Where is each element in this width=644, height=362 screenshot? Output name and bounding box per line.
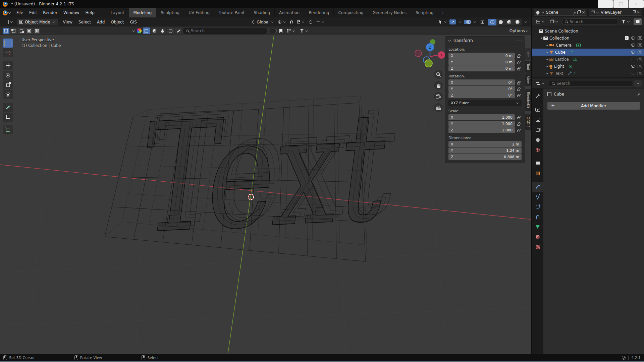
tool-button[interactable] — [3, 113, 13, 122]
properties-editor-type-dropdown[interactable] — [534, 81, 547, 86]
outliner-row[interactable]: Lattice — [532, 56, 644, 63]
sidebar-tab[interactable]: View — [525, 73, 531, 86]
zoom-button[interactable] — [434, 70, 443, 79]
menubar-item[interactable]: File — [13, 10, 26, 15]
location-value-field[interactable]: Y0 m — [448, 59, 515, 65]
asset-category-button[interactable] — [143, 27, 150, 34]
asset-category-button[interactable] — [159, 27, 166, 34]
hide-viewport-toggle[interactable] — [631, 51, 635, 54]
properties-search-input[interactable] — [556, 81, 629, 86]
outliner-display-mode-dropdown[interactable] — [534, 19, 547, 24]
outliner-row[interactable]: Text — [532, 70, 644, 77]
disable-render-toggle[interactable] — [638, 51, 642, 54]
object-visibility-dropdown[interactable] — [437, 19, 449, 25]
menubar-item[interactable]: Window — [60, 10, 82, 15]
lock-button[interactable] — [515, 128, 522, 132]
workspace-tab[interactable]: Geometry Nodes — [368, 8, 411, 17]
properties-tab[interactable] — [532, 125, 543, 135]
object-mode-dropdown[interactable]: Object Mode — [17, 19, 58, 25]
properties-tab[interactable] — [532, 168, 543, 178]
dimension-value-field[interactable]: Z0.808 m — [448, 154, 522, 160]
camera-view-button[interactable] — [434, 92, 443, 101]
rotation-value-field[interactable]: Y0° — [448, 86, 515, 92]
snap-toggle[interactable] — [288, 20, 295, 24]
rotation-mode-dropdown[interactable]: XYZ Euler — [448, 100, 522, 106]
dimension-value-field[interactable]: X2 m — [448, 141, 522, 147]
outliner-filter-dropdown[interactable] — [620, 19, 632, 24]
disable-render-toggle[interactable] — [638, 58, 642, 61]
hide-viewport-toggle[interactable] — [631, 37, 635, 40]
lock-button[interactable] — [515, 87, 522, 91]
properties-options-dropdown[interactable] — [634, 80, 642, 87]
workspace-tab[interactable]: UV Editing — [184, 8, 214, 17]
sidebar-tab[interactable]: OCD 2 — [525, 114, 531, 130]
asset-search-input[interactable] — [191, 28, 264, 33]
shading-mode-button[interactable] — [505, 19, 513, 25]
asset-category-button[interactable] — [175, 27, 182, 34]
minimize-button[interactable] — [598, 0, 613, 8]
asset-category-button[interactable] — [167, 27, 174, 34]
properties-tab[interactable] — [532, 135, 543, 145]
blender-app-menu[interactable] — [0, 8, 13, 17]
maximize-button[interactable] — [613, 0, 629, 8]
tool-button[interactable] — [3, 71, 13, 80]
select-mode-button[interactable] — [18, 28, 25, 34]
shading-mode-button[interactable] — [513, 19, 522, 25]
lock-button[interactable] — [515, 67, 522, 70]
add-workspace-button[interactable]: + — [438, 8, 447, 17]
tool-options-dropdown[interactable]: Options — [509, 28, 529, 33]
expand-chevron-icon[interactable] — [545, 50, 549, 54]
new-scene-icon[interactable] — [577, 11, 580, 14]
tool-button[interactable] — [3, 48, 13, 57]
proportional-editing-toggle[interactable] — [307, 20, 314, 24]
location-value-field[interactable]: Z0 m — [448, 65, 515, 71]
pin-icon[interactable] — [574, 11, 576, 13]
toggle-ortho-button[interactable] — [434, 103, 443, 112]
properties-tab[interactable] — [532, 145, 543, 155]
close-button[interactable] — [629, 0, 644, 8]
add-modifier-button[interactable]: Add Modifier — [547, 102, 640, 110]
outliner-row[interactable]: Light — [532, 63, 644, 70]
properties-tab[interactable] — [532, 192, 543, 202]
lock-button[interactable] — [515, 94, 522, 97]
menubar-item[interactable]: Edit — [26, 10, 40, 15]
menubar-item[interactable]: Help — [82, 10, 97, 15]
disable-render-toggle[interactable] — [638, 44, 642, 47]
rotation-value-field[interactable]: Z0° — [448, 92, 515, 98]
select-mode-button[interactable] — [3, 28, 9, 34]
show-overlays-toggle[interactable] — [464, 20, 471, 24]
disable-render-toggle[interactable] — [638, 72, 642, 75]
expand-chevron-icon[interactable] — [545, 64, 549, 68]
scale-value-field[interactable]: Z1.000 — [448, 127, 515, 133]
lock-button[interactable] — [515, 60, 522, 64]
tool-button[interactable] — [3, 103, 13, 112]
new-viewlayer-icon[interactable] — [632, 11, 635, 14]
tool-button[interactable] — [3, 90, 13, 99]
properties-tab[interactable] — [532, 182, 543, 192]
tool-button[interactable] — [3, 61, 13, 70]
workspace-tab[interactable]: Sculpting — [156, 8, 184, 17]
viewport-canvas[interactable]: Text Text Text User Perspective (1) Coll… — [0, 35, 531, 354]
properties-tab[interactable] — [532, 91, 543, 101]
scene-selector[interactable]: Scene — [534, 9, 587, 16]
xray-toggle[interactable] — [479, 19, 486, 24]
scale-value-field[interactable]: X1.000 — [448, 114, 515, 120]
workspace-tab[interactable]: Compositing — [334, 8, 368, 17]
location-value-field[interactable]: X0 m — [448, 53, 515, 59]
shading-mode-button[interactable] — [496, 19, 505, 25]
delete-viewlayer-icon[interactable] — [636, 10, 640, 15]
sidebar-tab[interactable]: Tool — [525, 61, 531, 72]
editor-type-button[interactable] — [2, 19, 15, 25]
new-collection-button[interactable] — [634, 18, 642, 25]
delete-scene-icon[interactable] — [582, 10, 585, 15]
outliner-row[interactable]: Collection — [532, 35, 644, 42]
tool-button[interactable] — [3, 125, 13, 134]
viewport-menu-item[interactable]: Add — [94, 20, 108, 24]
outliner-row[interactable]: Cube — [532, 49, 644, 56]
show-gizmo-toggle[interactable]: ↗ — [449, 19, 456, 24]
rotation-value-field[interactable]: X0° — [448, 79, 515, 85]
select-mode-button[interactable] — [34, 28, 40, 34]
exclude-checkbox[interactable] — [625, 36, 629, 40]
pivot-point-dropdown[interactable] — [276, 20, 288, 24]
transform-panel-header[interactable]: Transform — [445, 37, 525, 45]
